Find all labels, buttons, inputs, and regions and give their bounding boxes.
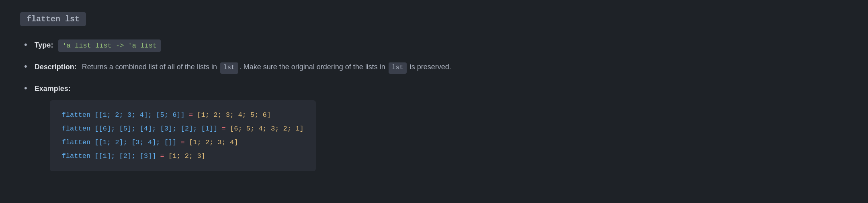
code-equals-3: = [156,152,164,160]
code-equals-2: = [176,139,184,146]
code-output-1: [6; 5; 4; 3; 2; 1] [226,125,304,133]
desc-text-3: is preserved. [408,63,451,71]
type-value: 'a list list -> 'a list [58,39,161,52]
code-input-0: [[1; 2; 3; 4]; [5; 6]] [90,111,185,119]
desc-inline-code-1: lst [220,62,238,74]
desc-text-2: . Make sure the original ordering of the… [240,63,387,71]
code-line-1: flatten [[6]; [5]; [4]; [3]; [2]; [1]] =… [62,122,304,136]
code-block: flatten [[1; 2; 3; 4]; [5; 6]] = [1; 2; … [50,100,316,171]
desc-text-1: Returns a combined list of all of the li… [82,63,219,71]
title-badge: flatten lst [20,12,86,26]
type-label: Type: [35,41,53,49]
bullet-type: • [24,37,27,52]
code-output-2: [1; 2; 3; 4] [185,139,238,146]
bullet-examples: • [24,81,27,95]
description-text: Description: Returns a combined list of … [35,61,451,74]
code-fn-2: flatten [62,139,90,146]
code-line-2: flatten [[1; 2]; [3; 4]; []] = [1; 2; 3;… [62,136,304,149]
desc-item: • Description: Returns a combined list o… [24,59,848,74]
code-fn-1: flatten [62,125,90,133]
code-input-1: [[6]; [5]; [4]; [3]; [2]; [1]] [90,125,217,133]
type-item: • Type: 'a list list -> 'a list [24,37,848,52]
bullet-desc: • [24,59,27,73]
code-fn-3: flatten [62,152,90,160]
code-input-2: [[1; 2]; [3; 4]; []] [90,139,176,146]
code-line-3: flatten [[1]; [2]; [3]] = [1; 2; 3] [62,149,304,163]
code-input-3: [[1]; [2]; [3]] [90,152,156,160]
code-equals-0: = [185,111,193,119]
code-equals-1: = [217,125,225,133]
code-fn-0: flatten [62,111,90,119]
desc-inline-code-2: lst [389,62,407,74]
examples-item: • Examples: flatten [[1; 2; 3; 4]; [5; 6… [24,81,848,171]
examples-label: Examples: [35,85,71,93]
code-output-3: [1; 2; 3] [164,152,205,160]
code-line-0: flatten [[1; 2; 3; 4]; [5; 6]] = [1; 2; … [62,108,304,122]
desc-label: Description: [35,63,77,71]
code-output-0: [1; 2; 3; 4; 5; 6] [193,111,271,119]
